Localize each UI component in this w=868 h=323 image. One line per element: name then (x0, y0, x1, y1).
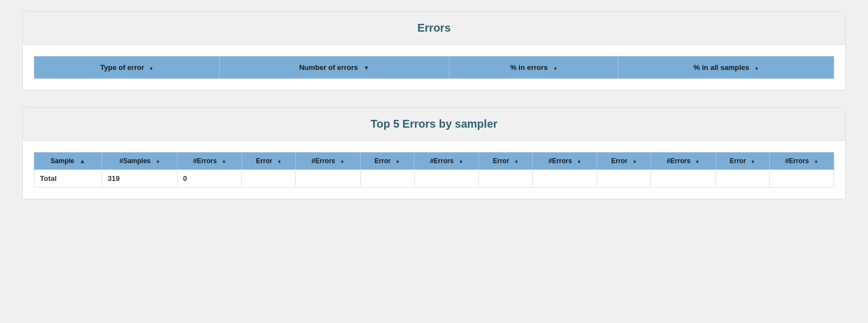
errors-panel-body: Type of error ⬧Number of errors ▼% in er… (23, 45, 845, 90)
table-cell-0-9 (597, 170, 651, 188)
top5-col-9[interactable]: Error ⬧ (597, 153, 651, 170)
top5-sort-icon-9: ⬧ (633, 158, 637, 164)
top5-panel-body: Sample ▲#Samples ⬧#Errors ⬧Error ⬧#Error… (23, 141, 845, 199)
sort-icon-0: ⬧ (149, 64, 153, 71)
table-cell-0-7 (478, 170, 532, 188)
errors-panel: Errors Type of error ⬧Number of errors ▼… (22, 11, 846, 90)
top5-sort-icon-5: ⬧ (396, 158, 400, 164)
table-row: Total3190 (34, 170, 834, 188)
sort-icon-2: ⬧ (553, 64, 557, 71)
sort-icon-3: ⬧ (755, 64, 759, 71)
top5-col-12[interactable]: #Errors ⬧ (769, 153, 834, 170)
errors-panel-title: Errors (23, 12, 845, 45)
errors-col-0[interactable]: Type of error ⬧ (34, 57, 220, 79)
table-cell-0-8 (532, 170, 597, 188)
top5-sort-icon-3: ⬧ (277, 158, 281, 164)
sort-icon-1: ▼ (364, 64, 370, 71)
top5-col-6[interactable]: #Errors ⬧ (414, 153, 478, 170)
top5-col-7[interactable]: Error ⬧ (478, 153, 532, 170)
top5-sort-icon-4: ⬧ (340, 158, 344, 164)
top5-col-1[interactable]: #Samples ⬧ (102, 153, 178, 170)
top5-col-8[interactable]: #Errors ⬧ (532, 153, 597, 170)
table-cell-0-2: 0 (177, 170, 241, 188)
page-wrapper: Errors Type of error ⬧Number of errors ▼… (0, 0, 868, 210)
top5-col-10[interactable]: #Errors ⬧ (651, 153, 715, 170)
top5-col-3[interactable]: Error ⬧ (242, 153, 296, 170)
table-cell-0-0: Total (34, 170, 102, 188)
top5-col-4[interactable]: #Errors ⬧ (296, 153, 360, 170)
top5-sort-icon-2: ⬧ (222, 158, 226, 164)
top5-sort-icon-6: ⬧ (459, 158, 463, 164)
top5-table-header-row: Sample ▲#Samples ⬧#Errors ⬧Error ⬧#Error… (34, 153, 834, 170)
table-cell-0-11 (715, 170, 769, 188)
top5-sort-icon-10: ⬧ (695, 158, 699, 164)
errors-table-header-row: Type of error ⬧Number of errors ▼% in er… (34, 57, 834, 79)
top5-sort-icon-0: ▲ (79, 158, 85, 164)
top5-panel: Top 5 Errors by sampler Sample ▲#Samples… (22, 107, 846, 199)
errors-col-2[interactable]: % in errors ⬧ (449, 57, 618, 79)
top5-col-11[interactable]: Error ⬧ (715, 153, 769, 170)
table-cell-0-6 (414, 170, 478, 188)
top5-table: Sample ▲#Samples ⬧#Errors ⬧Error ⬧#Error… (34, 152, 834, 188)
top5-table-body: Total3190 (34, 170, 834, 188)
table-cell-0-12 (769, 170, 834, 188)
table-cell-0-4 (296, 170, 360, 188)
errors-table: Type of error ⬧Number of errors ▼% in er… (34, 56, 834, 79)
top5-col-2[interactable]: #Errors ⬧ (177, 153, 241, 170)
top5-col-5[interactable]: Error ⬧ (360, 153, 414, 170)
top5-sort-icon-12: ⬧ (814, 158, 818, 164)
table-cell-0-3 (242, 170, 296, 188)
table-cell-0-1: 319 (102, 170, 178, 188)
top5-sort-icon-1: ⬧ (156, 158, 160, 164)
errors-col-1[interactable]: Number of errors ▼ (219, 57, 449, 79)
table-cell-0-5 (360, 170, 414, 188)
table-cell-0-10 (651, 170, 715, 188)
top5-panel-title: Top 5 Errors by sampler (23, 108, 845, 141)
top5-sort-icon-8: ⬧ (577, 158, 581, 164)
top5-sort-icon-7: ⬧ (514, 158, 518, 164)
errors-col-3[interactable]: % in all samples ⬧ (618, 57, 834, 79)
top5-col-0[interactable]: Sample ▲ (34, 153, 102, 170)
top5-sort-icon-11: ⬧ (751, 158, 755, 164)
